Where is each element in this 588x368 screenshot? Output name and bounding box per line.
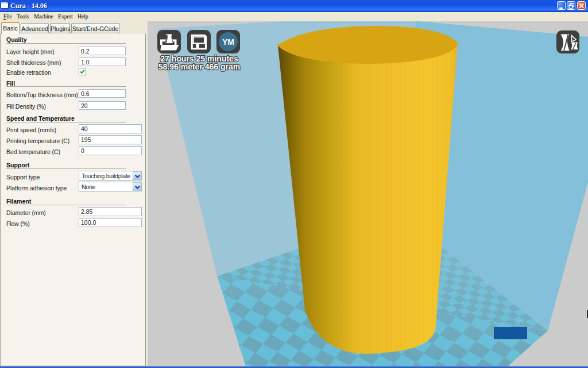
svg-text:YM: YM <box>222 37 234 47</box>
